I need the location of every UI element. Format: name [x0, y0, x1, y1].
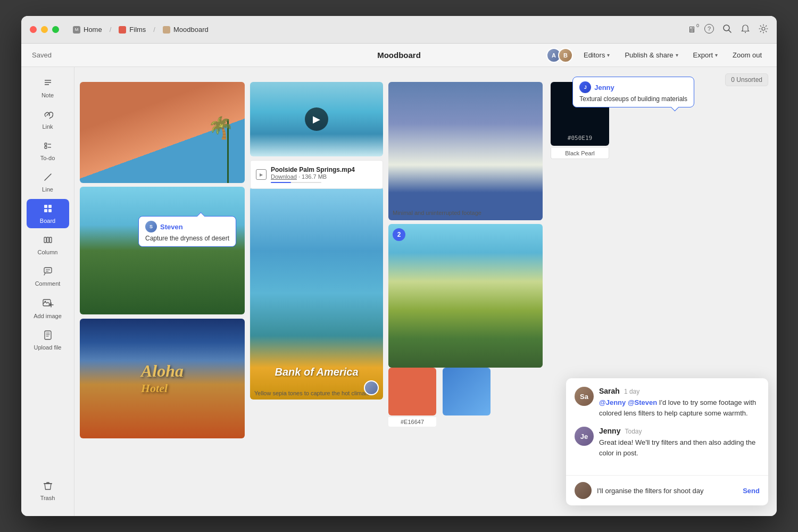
- trash-label: Trash: [40, 495, 55, 501]
- board-item-bank[interactable]: Bank of America Yellow sepia tones to ca…: [250, 187, 383, 400]
- trash-icon: [43, 480, 53, 493]
- zoom-button[interactable]: Zoom out: [728, 49, 766, 61]
- svg-rect-21: [44, 268, 52, 273]
- svg-rect-19: [47, 237, 49, 243]
- zoom-label: Zoom out: [733, 51, 762, 59]
- file-meta: Download · 136.7 MB: [271, 173, 355, 180]
- link-icon: [43, 109, 53, 121]
- sidebar-item-comment[interactable]: Comment: [27, 262, 69, 291]
- editors-button[interactable]: Editors ▾: [579, 49, 614, 61]
- traffic-lights: [30, 26, 59, 33]
- line-label: Line: [42, 186, 53, 193]
- svg-point-4: [745, 32, 746, 33]
- comment-bubble-steven[interactable]: S Steven Capture the dryness of desert: [138, 216, 236, 247]
- tab-moodboard[interactable]: Moodboard: [157, 23, 214, 36]
- chat-message-jenny: Je Jenny Today Great idea! We'll try fil…: [575, 427, 760, 458]
- send-button[interactable]: Send: [743, 487, 760, 495]
- export-label: Export: [693, 51, 713, 59]
- help-icon[interactable]: ?: [704, 24, 714, 36]
- settings-icon[interactable]: [759, 24, 768, 36]
- sidebar-item-note[interactable]: Note: [27, 73, 69, 103]
- steven-user-tag: S Steven: [145, 221, 229, 232]
- sarah-name: Sarah: [599, 387, 620, 395]
- saved-status: Saved: [32, 51, 52, 59]
- sidebar-item-link[interactable]: Link: [27, 105, 69, 134]
- file-row: ▶ Poolside Palm Springs.mp4 Download · 1…: [256, 166, 377, 183]
- export-chevron: ▾: [715, 52, 718, 58]
- svg-rect-14: [44, 205, 47, 208]
- sidebar-item-upload[interactable]: Upload file: [27, 326, 69, 355]
- editors-label: Editors: [584, 51, 605, 59]
- board-item-blue-swatch[interactable]: [443, 368, 491, 415]
- svg-line-3: [729, 30, 732, 32]
- sarah-text: @Jenny @Steven I'd love to try some foot…: [599, 397, 760, 418]
- search-icon[interactable]: [722, 24, 732, 36]
- maximize-button[interactable]: [52, 26, 59, 33]
- sarah-header: Sarah 1 day: [599, 387, 760, 395]
- device-badge: 0: [696, 23, 699, 28]
- file-info-panel: ▶ Poolside Palm Springs.mp4 Download · 1…: [250, 160, 383, 189]
- sidebar-item-todo[interactable]: To-do: [27, 136, 69, 165]
- add-image-label: Add image: [34, 313, 62, 319]
- minimize-button[interactable]: [41, 26, 48, 33]
- svg-rect-28: [45, 331, 51, 339]
- chat-input-area: I'll organise the filters for shoot day …: [566, 475, 768, 505]
- bank-text: Bank of America: [275, 366, 358, 378]
- svg-line-13: [45, 174, 51, 180]
- note-label: Note: [41, 92, 54, 98]
- notification-icon[interactable]: [741, 24, 750, 36]
- sarah-content: Sarah 1 day @Jenny @Steven I'd love to t…: [599, 387, 760, 418]
- board-item-building[interactable]: Minimal and uninterrupted footage: [388, 82, 543, 220]
- sidebar-item-board[interactable]: Board: [27, 199, 69, 228]
- chat-input[interactable]: I'll organise the filters for shoot day: [597, 487, 737, 495]
- board-item-aloha[interactable]: AlohaHotel: [80, 319, 245, 438]
- sidebar-item-line[interactable]: Line: [27, 168, 69, 197]
- comment-bubble-jenny[interactable]: J Jenny Textural closeups of building ma…: [572, 77, 694, 107]
- toolbar: Saved Moodboard A B Editors ▾ Publish & …: [21, 44, 777, 67]
- download-progress: [271, 182, 321, 183]
- sidebar-item-column[interactable]: Column: [27, 230, 69, 260]
- note-icon: [43, 78, 53, 90]
- line-icon: [43, 172, 53, 184]
- tab-home[interactable]: M Home: [68, 23, 107, 36]
- hex-label-black: #050E19: [568, 135, 592, 142]
- unsorted-label: 0 Unsorted: [731, 76, 762, 84]
- board-label: Board: [40, 218, 55, 224]
- publish-button[interactable]: Publish & share ▾: [620, 49, 682, 61]
- close-button[interactable]: [30, 26, 37, 33]
- device-symbol: 🖥: [687, 25, 696, 34]
- todo-icon: [43, 140, 53, 153]
- svg-rect-16: [44, 209, 47, 212]
- films-icon: [119, 26, 126, 34]
- board-item-palms2[interactable]: 2: [388, 224, 543, 368]
- unsorted-badge: 0 Unsorted: [725, 73, 768, 86]
- bank-caption: Yellow sepia tones to capture the hot cl…: [254, 390, 379, 396]
- comment-icon: [43, 266, 53, 278]
- download-link[interactable]: Download: [271, 173, 297, 180]
- export-button[interactable]: Export ▾: [689, 49, 722, 61]
- publish-label: Publish & share: [625, 51, 673, 59]
- file-size-value: 136.7 MB: [302, 173, 327, 180]
- steven-comment: Capture the dryness of desert: [145, 235, 229, 242]
- board-item-palms[interactable]: [80, 187, 245, 314]
- tab-films[interactable]: Films: [113, 23, 151, 36]
- svg-rect-20: [49, 237, 52, 243]
- board-item-terracotta[interactable]: 🌴: [80, 82, 245, 183]
- device-icon[interactable]: 🖥 0: [687, 25, 696, 35]
- chat-panel: Sa Sarah 1 day @Jenny @Steven I'd love t…: [566, 378, 768, 505]
- bank-avatar: [364, 380, 379, 395]
- trash-button[interactable]: Trash: [27, 476, 69, 505]
- sidebar-item-add-image[interactable]: Add image: [27, 293, 69, 323]
- board-item-orange-swatch[interactable]: [388, 368, 436, 415]
- board-icon: [43, 203, 53, 215]
- upload-label: Upload file: [34, 344, 62, 351]
- mention-jenny: @Jenny: [599, 398, 626, 406]
- board-item-pool-video[interactable]: ▶: [250, 82, 383, 156]
- jenny-name: Jenny: [594, 84, 614, 92]
- play-button[interactable]: ▶: [305, 107, 328, 131]
- main-content: Note Link To-do Line: [21, 67, 777, 516]
- tab-divider-2: /: [153, 26, 155, 34]
- comment-label: Comment: [35, 280, 61, 287]
- steven-avatar: S: [145, 221, 157, 232]
- toolbar-right: A B Editors ▾ Publish & share ▾ Export ▾…: [546, 48, 766, 63]
